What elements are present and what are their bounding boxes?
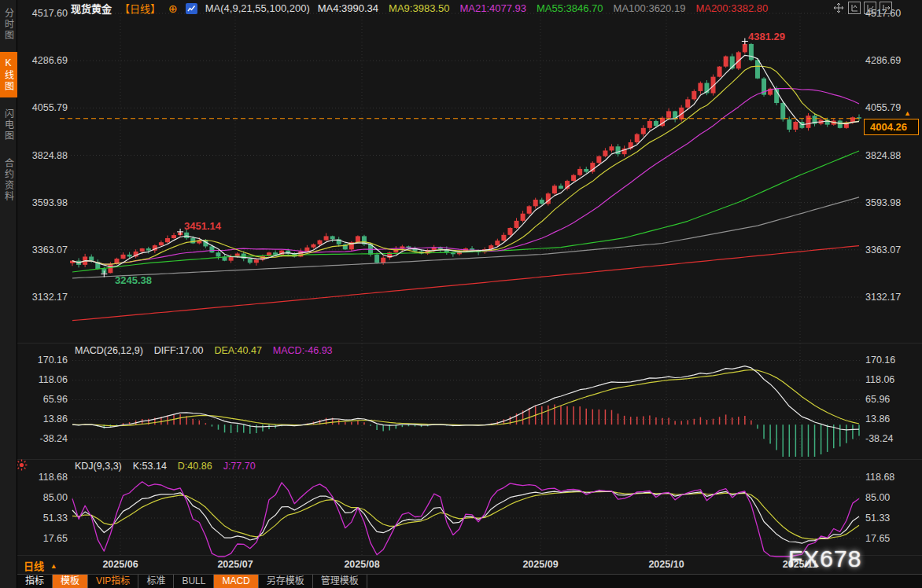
sidebar: 分时图K线图闪电图合约资料 (0, 0, 17, 588)
period-dropdown[interactable]: 日线 ▲ (24, 558, 57, 573)
month-label: 2025/07 (210, 559, 260, 570)
axis-label: -38.24 (865, 433, 919, 444)
ma-legend-item: MA200:3382.80 (695, 2, 768, 14)
axis-label: 85.00 (19, 492, 68, 503)
tab-kline-chart[interactable]: K线图 (0, 52, 17, 97)
axis-label: 4055.79 (19, 102, 68, 113)
toolbar-item-indicators[interactable]: 指标 (17, 575, 53, 588)
axis-label: 3363.07 (865, 244, 919, 255)
last-price-box: 4004.26 (864, 119, 919, 135)
month-label: 2025/10 (641, 559, 692, 570)
period-tag[interactable]: 【日线】 (120, 1, 160, 16)
axis-label: 3593.98 (865, 197, 919, 208)
bottom-toolbar: 指标模板VIP指标标准BULLMACD另存模板管理模板 (17, 574, 922, 588)
chart-canvas[interactable] (0, 0, 922, 588)
axis-label: -38.24 (19, 433, 68, 444)
chevron-up-icon: ▲ (50, 562, 57, 570)
period-dropdown-label: 日线 (24, 560, 44, 572)
month-label: 2025/06 (95, 559, 146, 570)
axis-label: 65.96 (865, 394, 919, 405)
ma-legend-item: MA4:3990.34 (318, 2, 378, 14)
axis-label: 4286.69 (865, 55, 919, 66)
window-controls (832, 2, 892, 14)
axis-label: 17.65 (19, 533, 68, 544)
macd-diff-value: DIFF:17.00 (154, 345, 204, 356)
axis-label: 4517.60 (19, 8, 68, 19)
pane-exit-icon[interactable] (880, 2, 892, 14)
axis-label: 85.00 (865, 492, 919, 503)
axis-label: 4286.69 (19, 55, 68, 66)
axis-label: 118.06 (19, 374, 68, 385)
price-up-arrow-icon: ▲ (904, 109, 911, 117)
axis-label: 3824.88 (19, 150, 68, 161)
axis-label: 3593.98 (19, 197, 68, 208)
toolbar-item-standard[interactable]: 标准 (138, 575, 174, 588)
axis-label: 3363.07 (19, 244, 68, 255)
toolbar-item-manage-template[interactable]: 管理模板 (313, 575, 367, 588)
toolbar-item-vip-indicators[interactable]: VIP指标 (88, 575, 138, 588)
axis-label: 3132.17 (865, 292, 919, 303)
swing-low-annotation: 3245.38 (115, 274, 152, 286)
kdj-k-value: K:53.14 (133, 461, 167, 472)
alarm-indicator-icon[interactable] (16, 459, 28, 474)
axis-label: 3824.88 (865, 150, 919, 161)
axis-label: 17.65 (865, 533, 919, 544)
ma-legend-item: MA100:3620.19 (614, 2, 686, 14)
ma-legend: MA4:3990.34MA9:3983.50MA21:4077.93MA55:3… (318, 2, 768, 14)
axis-label: 170.16 (865, 355, 919, 366)
axis-label: 51.33 (19, 513, 68, 524)
toolbar-item-macd[interactable]: MACD (214, 575, 258, 588)
axis-label: 3132.17 (19, 292, 68, 303)
tab-flash-chart[interactable]: 闪电图 (0, 103, 17, 147)
watermark: FX678 (788, 546, 861, 572)
macd-macd-value: MACD:-46.93 (273, 345, 333, 356)
axis-label: 170.16 (19, 355, 68, 366)
kdj-name-label: KDJ(9,3,3) (75, 461, 122, 472)
axis-label: 118.68 (865, 472, 919, 483)
move-icon[interactable] (832, 2, 845, 14)
ma-settings-label: MA(4,9,21,55,100,200) (205, 2, 310, 14)
month-label: 2025/08 (337, 559, 387, 570)
chart-app: 分时图K线图闪电图合约资料 现货黄金 【日线】 ⊕ MA(4,9,21,55,1… (0, 0, 922, 588)
toolbar-item-template[interactable]: 模板 (53, 575, 88, 588)
axis-label: 65.96 (19, 394, 68, 405)
axis-label: 118.06 (865, 374, 919, 385)
axis-label: 13.86 (865, 413, 919, 424)
tab-time-chart[interactable]: 分时图 (0, 2, 17, 46)
axis-label: 13.86 (19, 413, 68, 424)
high-price-annotation: 4381.29 (748, 31, 785, 42)
toolbar-item-bull[interactable]: BULL (174, 575, 214, 588)
pane-layout-left-icon[interactable] (848, 2, 861, 14)
kdj-header: KDJ(9,3,3) K:53.14 D:40.86 J:77.70 (75, 461, 256, 472)
chart-type-icon[interactable] (186, 3, 197, 14)
ma-legend-item: MA55:3846.70 (537, 2, 603, 14)
macd-header: MACD(26,12,9) DIFF:17.00 DEA:40.47 MACD:… (75, 345, 333, 356)
ma-legend-item: MA9:3983.50 (389, 2, 449, 14)
pane-layout-right-icon[interactable] (864, 2, 876, 14)
symbol-title: 现货黄金 (71, 1, 112, 16)
axis-label: 51.33 (865, 513, 919, 524)
add-indicator-icon[interactable]: ⊕ (168, 3, 178, 14)
ma-legend-item: MA21:4077.93 (459, 2, 526, 14)
toolbar-item-save-template[interactable]: 另存模板 (259, 575, 313, 588)
tab-contract-info[interactable]: 合约资料 (0, 153, 17, 208)
kdj-j-value: J:77.70 (223, 461, 256, 472)
swing-high-annotation: 3451.14 (184, 220, 221, 232)
month-label: 2025/09 (515, 559, 566, 570)
chart-header: 现货黄金 【日线】 ⊕ MA(4,9,21,55,100,200) MA4:39… (71, 2, 768, 15)
kdj-d-value: D:40.86 (178, 461, 212, 472)
macd-dea-value: DEA:40.47 (214, 345, 261, 356)
macd-name-label: MACD(26,12,9) (75, 345, 143, 356)
